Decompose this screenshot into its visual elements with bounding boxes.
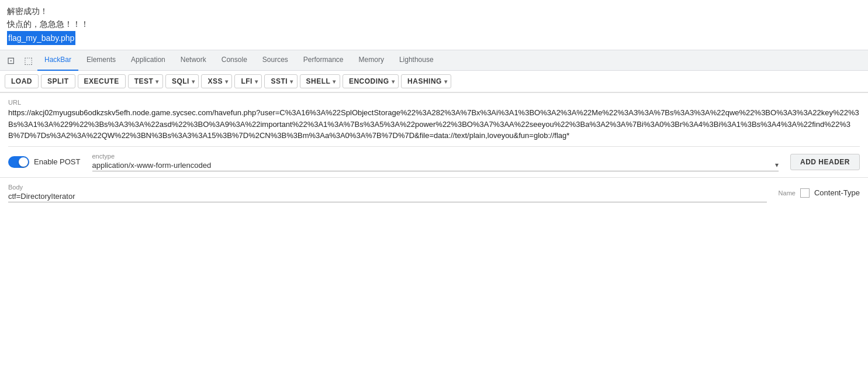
- decrypted-line2: 快点的，急急急！！！: [7, 18, 861, 30]
- lfi-dropdown[interactable]: LFI ▾: [234, 74, 262, 88]
- enable-post-label: Enable POST: [34, 157, 81, 166]
- enctype-label: enctype: [92, 153, 779, 160]
- execute-button[interactable]: EXECUTE: [78, 74, 126, 88]
- add-header-button[interactable]: ADD HEADER: [790, 154, 860, 170]
- content-type-label: Content-Type: [814, 188, 860, 197]
- ssti-dropdown-arrow: ▾: [290, 78, 293, 85]
- encoding-dropdown-arrow: ▾: [392, 78, 395, 85]
- enctype-section: enctype application/x-www-form-urlencode…: [92, 153, 779, 171]
- ssti-dropdown[interactable]: SSTI ▾: [264, 74, 297, 88]
- sqli-dropdown[interactable]: SQLI ▾: [165, 74, 199, 88]
- shell-dropdown-arrow: ▾: [333, 78, 336, 85]
- body-label: Body: [8, 184, 767, 191]
- decrypted-text: 解密成功！ 快点的，急急急！！！ flag_my_baby.php: [7, 5, 861, 45]
- post-section: Enable POST enctype application/x-www-fo…: [0, 147, 868, 178]
- devices-icon[interactable]: ⊡: [2, 52, 19, 68]
- tab-application[interactable]: Application: [124, 50, 172, 71]
- test-dropdown-arrow: ▾: [155, 78, 159, 85]
- body-left: Body ctf=DirectoryIterator: [8, 184, 767, 202]
- test-dropdown[interactable]: TEST ▾: [128, 74, 163, 88]
- tab-sources[interactable]: Sources: [255, 50, 295, 71]
- toggle-container: Enable POST: [8, 156, 81, 168]
- sqli-dropdown-arrow: ▾: [192, 78, 195, 85]
- tab-elements[interactable]: Elements: [79, 50, 123, 71]
- inspect-icon[interactable]: ⬚: [20, 52, 36, 68]
- tab-hackbar[interactable]: HackBar: [37, 50, 78, 71]
- split-button[interactable]: SPLIT: [41, 74, 75, 88]
- page-content: 解密成功！ 快点的，急急急！！！ flag_my_baby.php: [0, 0, 868, 50]
- shell-dropdown[interactable]: SHELL ▾: [300, 74, 340, 88]
- tab-console[interactable]: Console: [215, 50, 254, 71]
- tab-network[interactable]: Network: [174, 50, 213, 71]
- hashing-dropdown[interactable]: HASHING ▾: [401, 74, 451, 88]
- enctype-dropdown-arrow: ▾: [775, 161, 779, 169]
- url-label: URL: [8, 99, 860, 106]
- tab-memory[interactable]: Memory: [352, 50, 391, 71]
- url-value[interactable]: https://akcj02myugsub6odkzskv5efh.node.g…: [8, 107, 860, 147]
- enable-post-toggle[interactable]: [8, 156, 29, 168]
- hackbar-toolbar: LOAD SPLIT EXECUTE TEST ▾ SQLI ▾ XSS ▾ L…: [0, 71, 868, 93]
- lfi-dropdown-arrow: ▾: [255, 78, 258, 85]
- name-section: Name Content-Type: [779, 184, 860, 202]
- content-type-checkbox[interactable]: [800, 188, 810, 198]
- body-section: Body ctf=DirectoryIterator Name Content-…: [0, 178, 868, 208]
- xss-dropdown-arrow: ▾: [225, 78, 229, 85]
- xss-dropdown[interactable]: XSS ▾: [201, 74, 232, 88]
- body-value[interactable]: ctf=DirectoryIterator: [8, 192, 767, 202]
- url-section: URL https://akcj02myugsub6odkzskv5efh.no…: [0, 93, 868, 147]
- tab-lighthouse[interactable]: Lighthouse: [392, 50, 441, 71]
- hashing-dropdown-arrow: ▾: [444, 78, 448, 85]
- tab-performance[interactable]: Performance: [296, 50, 351, 71]
- devtools-bar: ⊡ ⬚ HackBar Elements Application Network…: [0, 50, 868, 71]
- decrypted-line1: 解密成功！: [7, 5, 861, 18]
- load-button[interactable]: LOAD: [5, 74, 39, 88]
- enctype-select-wrapper[interactable]: application/x-www-form-urlencoded ▾: [92, 161, 779, 171]
- encoding-dropdown[interactable]: ENCODING ▾: [343, 74, 399, 88]
- enctype-value: application/x-www-form-urlencoded: [92, 161, 775, 170]
- highlighted-file[interactable]: flag_my_baby.php: [7, 31, 75, 45]
- name-label: Name: [779, 190, 796, 197]
